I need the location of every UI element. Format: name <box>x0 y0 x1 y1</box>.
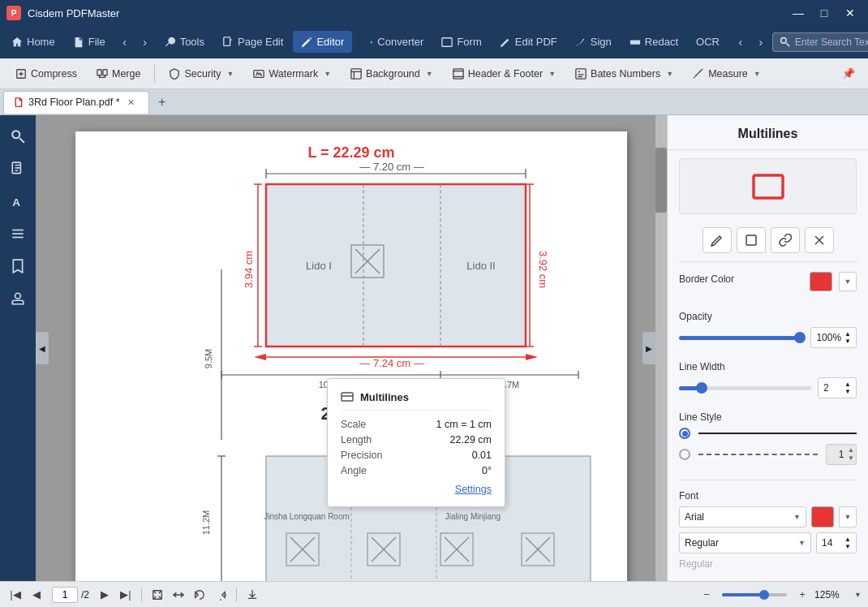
dashed-down-arrow[interactable]: ▼ <box>848 454 854 463</box>
line-style-solid-row <box>679 428 857 439</box>
zoom-slider-thumb[interactable] <box>759 590 769 600</box>
sidebar-search-icon[interactable] <box>3 122 32 151</box>
menu-item-converter[interactable]: Converter <box>354 31 432 53</box>
menu-item-form[interactable]: Form <box>433 31 489 53</box>
zoom-in-button[interactable]: + <box>793 586 811 604</box>
search-input[interactable] <box>795 37 868 48</box>
rect-tool-button[interactable] <box>737 227 766 253</box>
rotate-button[interactable] <box>191 586 208 604</box>
font-size-down-arrow[interactable]: ▼ <box>844 543 851 550</box>
menu-item-ocr[interactable]: OCR <box>688 31 728 53</box>
opacity-up-arrow[interactable]: ▲ <box>844 330 851 338</box>
solid-line-radio[interactable] <box>679 428 690 439</box>
compress-button[interactable]: Compress <box>6 64 86 84</box>
search-box[interactable] <box>772 32 868 52</box>
menu-item-edit-pdf[interactable]: Edit PDF <box>492 31 565 53</box>
panel-tools <box>668 222 868 258</box>
tab-close-button[interactable]: ✕ <box>125 97 137 109</box>
prev-page-button[interactable]: ◀ <box>28 586 45 604</box>
opacity-down-arrow[interactable]: ▼ <box>844 338 851 345</box>
minimize-button[interactable]: — <box>787 5 810 21</box>
menu-item-tools[interactable]: Tools <box>157 31 213 53</box>
tooltip-row-length: Length 22.29 cm <box>341 434 492 446</box>
export-button[interactable] <box>243 586 261 604</box>
measure-button[interactable]: Measure ▼ <box>684 64 770 84</box>
font-family-select[interactable]: Arial ▼ <box>679 506 806 527</box>
edit-tool-button[interactable] <box>703 227 732 253</box>
settings-link[interactable]: Settings <box>455 484 492 495</box>
dashed-line-preview <box>698 454 818 455</box>
new-tab-button[interactable]: + <box>153 93 172 112</box>
home-icon <box>11 37 23 48</box>
font-style-row: Regular ▼ 14 ▲ ▼ <box>679 532 857 553</box>
line-width-down-arrow[interactable]: ▼ <box>844 388 851 395</box>
fit-width-button[interactable] <box>170 586 187 604</box>
line-width-section: Line Width 2 ▲ ▼ <box>668 355 868 405</box>
cross-tool-button[interactable] <box>805 227 834 253</box>
close-button[interactable]: ✕ <box>839 5 862 21</box>
pdf-scroll-area[interactable]: ◀ L = 22.29 cm — 7.20 cm — 9.5M <box>36 115 667 581</box>
fit-page-button[interactable] <box>148 586 166 604</box>
font-style-select[interactable]: Regular ▼ <box>679 532 811 553</box>
opacity-slider-thumb[interactable] <box>794 332 806 343</box>
line-width-slider-thumb[interactable] <box>696 382 707 394</box>
link-tool-button[interactable] <box>771 227 800 253</box>
merge-button[interactable]: Merge <box>88 64 149 84</box>
tab-floor-plan[interactable]: 3Rd Floor Plan.pdf * ✕ <box>3 91 149 114</box>
right-collapse-button[interactable]: ▶ <box>642 332 655 364</box>
menu-item-sign[interactable]: Sign <box>567 31 620 53</box>
chain-icon <box>779 234 792 247</box>
bates-numbers-button[interactable]: Bates Numbers ▼ <box>566 64 682 84</box>
page-number-input[interactable] <box>52 587 78 603</box>
font-color-swatch[interactable] <box>811 506 834 527</box>
border-color-swatch[interactable] <box>810 272 832 291</box>
menu-item-redact[interactable]: Redact <box>621 31 686 53</box>
dashed-up-arrow[interactable]: ▲ <box>848 446 854 454</box>
sidebar-stamp-icon[interactable] <box>3 284 32 313</box>
security-button[interactable]: Security ▼ <box>160 64 243 84</box>
header-footer-button[interactable]: Header & Footer ▼ <box>444 64 565 84</box>
sidebar-list-icon[interactable] <box>3 219 32 248</box>
zoom-dropdown-arrow[interactable]: ▼ <box>854 591 862 599</box>
scrollbar-thumb[interactable] <box>655 148 667 213</box>
menu-item-page-edit[interactable]: Page Edit <box>214 31 291 53</box>
more-nav: ‹ › <box>731 31 771 54</box>
background-button[interactable]: Background ▼ <box>342 64 442 84</box>
last-page-button[interactable]: ▶| <box>117 586 135 604</box>
zoom-slider[interactable] <box>722 593 787 596</box>
menu-item-editor[interactable]: Editor <box>293 31 352 53</box>
first-page-button[interactable]: |◀ <box>6 586 24 604</box>
font-size-up-arrow[interactable]: ▲ <box>844 536 851 543</box>
dim-lower-left: 11.2M <box>201 510 211 536</box>
font-color-dropdown[interactable]: ▼ <box>839 506 857 527</box>
sidebar-page-icon[interactable] <box>3 154 32 183</box>
dashed-line-radio[interactable] <box>679 449 690 460</box>
line-width-up-arrow[interactable]: ▲ <box>844 381 851 388</box>
sidebar-bookmark-icon[interactable] <box>3 252 32 281</box>
vertical-scrollbar[interactable] <box>655 115 667 581</box>
right-panel: Multilines <box>667 115 868 581</box>
sidebar-text-icon[interactable]: A <box>3 187 32 216</box>
watermark-button[interactable]: Watermark ▼ <box>244 64 340 84</box>
menu-item-home[interactable]: Home <box>3 31 63 53</box>
app-title: Cisdem PDFMaster <box>28 7 780 19</box>
prev-nav-button[interactable]: ‹ <box>731 31 750 54</box>
line-width-slider-track[interactable] <box>679 386 811 390</box>
pin-button[interactable]: 📌 <box>836 64 862 83</box>
border-color-dropdown[interactable]: ▼ <box>839 272 857 291</box>
back-button[interactable]: ‹ <box>115 31 135 54</box>
next-nav-button[interactable]: › <box>751 31 771 54</box>
zoom-out-button[interactable]: − <box>698 586 715 604</box>
sign-icon <box>575 37 587 48</box>
left-collapse-button[interactable]: ◀ <box>36 332 49 364</box>
opacity-slider-track[interactable] <box>679 336 804 340</box>
opacity-value: 100% ▲ ▼ <box>810 327 857 348</box>
rotate-ccw-button[interactable] <box>212 586 230 604</box>
next-page-button[interactable]: ▶ <box>96 586 114 604</box>
panel-extra-label: Regular <box>679 558 857 570</box>
maximize-button[interactable]: □ <box>813 5 836 21</box>
line-width-spin-arrows: ▲ ▼ <box>844 381 851 395</box>
menu-item-file[interactable]: File <box>65 31 114 53</box>
forward-button[interactable]: › <box>135 31 155 54</box>
svg-rect-1 <box>442 37 452 46</box>
